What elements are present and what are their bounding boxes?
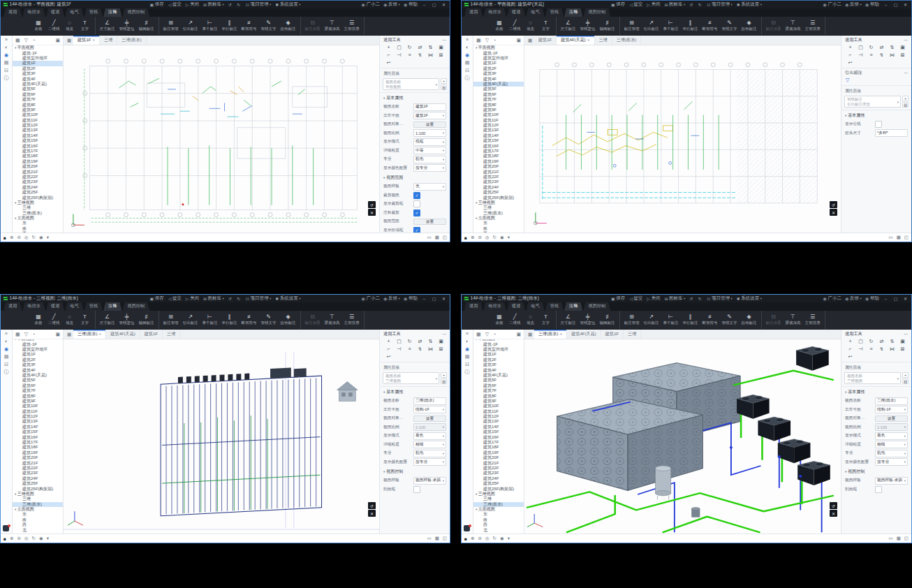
ribbon-button[interactable]: ⊢ 单个标注 [200,314,220,326]
minimize-button[interactable]: – [421,297,427,301]
more[interactable]: ▾ [47,536,49,541]
quick-access-button[interactable]: ▣ 保存 ▾ [150,1,164,8]
ribbon-button[interactable]: ↗ 引出标注 [642,314,661,326]
move[interactable]: + [383,338,394,344]
account-item[interactable]: ◉ 广小二 ▾ [361,1,380,8]
ribbon-button[interactable]: ♯ 轴网标注 [137,20,156,32]
crop-view[interactable]: ▭ [889,235,893,240]
document-tab[interactable]: 三维(雨水) ✕ [534,330,567,339]
basic-props-header[interactable]: ▾ 基本属性 [841,387,911,397]
ribbon-button[interactable]: ∥ 平行标注 [220,20,240,32]
ribbon-button[interactable]: ✎ 管线文字 [259,314,279,326]
quick-access-button[interactable]: ▣ 保存 ▾ [611,1,625,8]
tree-item[interactable]: ▾ 立面视图 [473,216,524,221]
notification-bell[interactable] [464,525,470,531]
property-button[interactable]: 设置 [875,416,908,422]
property-select[interactable]: 着色 ▾ [875,432,908,440]
tree-item[interactable]: ▾ 建筑10F [473,112,524,117]
tree-item[interactable]: ▾ 建筑7F [13,97,63,102]
fullscreen[interactable]: ◱ [443,536,447,541]
ribbon-tab[interactable]: 暖通 [46,8,64,17]
tree-item[interactable]: ▾ 建筑7F [473,97,524,102]
ribbon-tab[interactable]: 注释 [103,8,122,17]
collapse-chevron-icon[interactable]: » [5,331,8,336]
distribute[interactable]: ≡ [866,52,876,58]
ribbon-tab[interactable]: 通用 [3,8,22,17]
ribbon-tab[interactable]: 视图控制 [583,8,610,17]
ribbon-tab[interactable]: 给排水 [483,302,506,311]
quick-access-button[interactable]: ✱ 系统设置 ▾ [275,1,300,8]
ribbon-tab[interactable]: 通用 [464,8,483,17]
quick-access-button[interactable]: ↻ ▾ [237,296,242,301]
close-float-button[interactable]: ✕ [830,209,837,216]
drawing-canvas[interactable]: ↺ ✕ [64,45,379,233]
tree-item[interactable]: ▾ 建筑5F [13,378,63,383]
crop-view[interactable]: ▭ [427,536,432,541]
undo[interactable]: ↩ [845,59,855,66]
collapse-icon[interactable]: — [904,38,909,42]
mirror-h[interactable]: ⇄ [415,338,425,344]
tree-item[interactable]: ▾ 建筑10F [13,112,63,117]
ribbon-button[interactable]: T 文字 [538,20,554,32]
property-select[interactable]: 1:100 ▾ [875,423,908,431]
quick-access-button[interactable]: ⊡ 项目管理 ▾ [246,295,271,302]
ribbon-button[interactable]: ╱ 二维线 [507,314,523,326]
split[interactable]: ↯ [876,52,887,58]
secondary-section-header[interactable]: ▾ 视图范围 [380,172,450,182]
quick-access-button[interactable]: ⊞ 图标库 ▾ [664,1,685,8]
grid-view[interactable]: ▦ [435,536,439,541]
tree-item[interactable]: ▾ 建筑3F [473,362,524,367]
zoom-out[interactable]: ⊖ [17,536,20,541]
mirror-v[interactable]: ⇅ [425,44,436,50]
ribbon-tab[interactable]: 给排水 [22,302,45,311]
property-input[interactable]: *多种* [875,129,908,137]
property-select[interactable]: 按专业 ▾ [413,164,446,172]
property-input[interactable]: 建筑1F [413,103,446,111]
property-select[interactable]: 精细 ▾ [875,441,908,448]
tree-tool-icon[interactable]: ▦ [15,38,20,43]
tree-item[interactable]: ▾ 西 [13,522,63,527]
array[interactable]: ▣ [436,44,446,50]
drawing-canvas[interactable]: ↺ ✕ [64,339,379,534]
ribbon-tab[interactable]: 电气 [65,8,83,17]
ribbon-button[interactable]: ☰ 立管排序 [342,20,362,32]
ribbon-button[interactable]: ⊞ 标注管理 [161,20,181,32]
tree-item[interactable]: ▾ 南 [473,517,524,522]
ribbon-button[interactable]: ⊟ 标注设置 [303,20,323,32]
ribbon-tab[interactable]: 电气 [526,8,544,17]
tree-item[interactable]: ▾ 建筑8F [473,393,524,398]
property-checkbox[interactable] [413,227,420,233]
tree-item[interactable]: ▾ 东 [13,512,63,517]
undo[interactable]: ↩ [383,59,394,66]
quick-access-button[interactable]: ↺ ▾ [228,296,233,301]
tree-item[interactable]: ▾ 东 [473,221,524,226]
collapse-icon[interactable]: — [443,38,447,42]
undo[interactable]: ↩ [383,353,394,360]
ribbon-button[interactable]: ◈ 自动标注 [279,314,298,326]
quick-access-button[interactable]: ⊞ 图标库 ▾ [664,295,685,302]
quick-access-button[interactable]: ↺ ▾ [689,296,694,301]
property-select[interactable]: 线框 ▾ [413,138,446,146]
rotate[interactable]: ↻ [866,338,876,344]
list-icon[interactable]: ☷ [4,68,8,73]
ribbon-button[interactable]: ↗ 引出标注 [642,20,661,32]
tree-item[interactable]: ▾ 东 [13,221,63,226]
array[interactable]: ▣ [897,338,908,344]
tree-item[interactable]: ▾ 北 [13,527,63,532]
ribbon-button[interactable]: ◌ 填充 [62,314,78,326]
tree-item[interactable]: ▾ 建筑2F [473,66,524,71]
info-icon[interactable]: ⓘ [4,75,9,80]
ribbon-tab[interactable]: 电气 [65,302,83,311]
ribbon-tab[interactable]: 管线 [545,8,564,17]
align[interactable]: ⊣ [855,52,866,58]
model-icon[interactable]: ◉ [4,346,8,351]
tree-tool-icon[interactable]: ▣ [516,332,521,337]
maximize-button[interactable]: ▢ [431,2,437,7]
model-base[interactable]: ■ [464,536,467,541]
property-select[interactable]: 结构-1F ▾ [875,406,908,413]
ribbon-tab[interactable]: 暖通 [46,302,64,311]
drawing-canvas[interactable]: ↺ ✕ [524,45,841,233]
tree-item[interactable]: ▾ 立面视图 [13,507,63,512]
ribbon-button[interactable]: ⊞ 标注管理 [622,314,642,326]
refresh[interactable]: ↻ [493,536,497,541]
